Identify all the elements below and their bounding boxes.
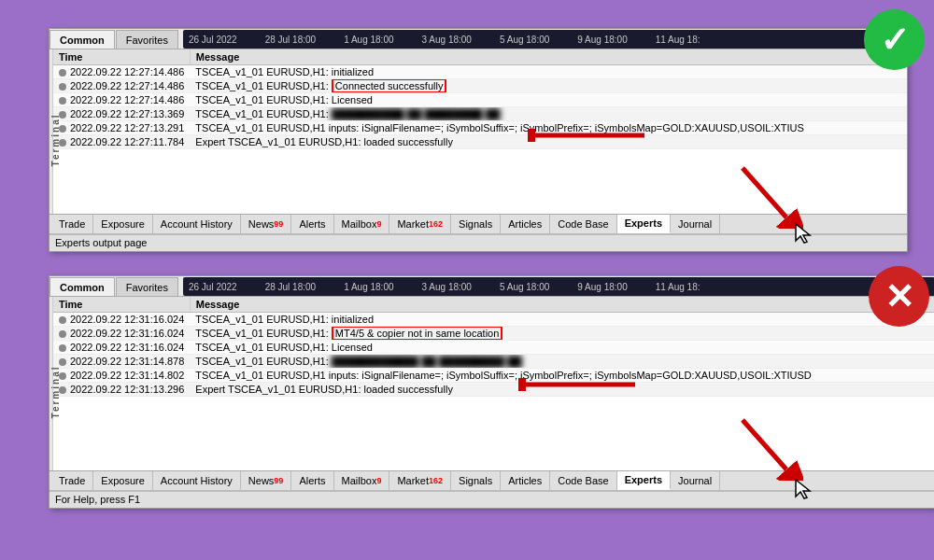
log-row: 2022.09.22 12:31:16.024TSCEA_v1_01 EURUS… — [53, 341, 934, 355]
tab-favorites-bottom[interactable]: Favorites — [116, 277, 178, 296]
log-time: 2022.09.22 12:31:14.802 — [53, 369, 190, 383]
log-message: TSCEA_v1_01 EURUSD,H1: MT4/5 & copier no… — [190, 327, 934, 341]
log-time: 2022.09.22 12:27:13.369 — [53, 107, 190, 121]
log-row: 2022.09.22 12:27:14.486TSCEA_v1_01 EURUS… — [53, 79, 907, 93]
log-row: 2022.09.22 12:27:14.486TSCEA_v1_01 EURUS… — [53, 93, 907, 107]
tab-trade-top[interactable]: Trade — [51, 215, 93, 233]
col-header-time-bottom: Time — [53, 297, 190, 313]
log-message: TSCEA_v1_01 EURUSD,H1: initialized — [190, 313, 934, 327]
tab-journal-top[interactable]: Journal — [671, 215, 720, 233]
log-time: 2022.09.22 12:31:16.024 — [53, 327, 190, 341]
top-tab-bar: Common Favorites 26 Jul 2022 28 Jul 18:0… — [50, 29, 907, 49]
tab-articles-bottom[interactable]: Articles — [501, 471, 550, 490]
log-row: 2022.09.22 12:27:11.784Expert TSCEA_v1_0… — [53, 135, 907, 149]
tab-signals-bottom[interactable]: Signals — [451, 471, 501, 490]
col-header-time-top: Time — [53, 49, 190, 65]
log-time: 2022.09.22 12:27:11.784 — [53, 135, 190, 149]
tab-trade-bottom[interactable]: Trade — [51, 471, 93, 490]
log-time: 2022.09.22 12:27:14.486 — [53, 79, 190, 93]
log-message: TSCEA_v1_01 EURUSD,H1: Licensed — [190, 93, 906, 107]
log-message: TSCEA_v1_01 EURUSD,H1: ████████████ ██ █… — [190, 355, 934, 369]
log-row: 2022.09.22 12:27:13.291TSCEA_v1_01 EURUS… — [53, 121, 907, 135]
log-time: 2022.09.22 12:31:16.024 — [53, 341, 190, 355]
tab-news-bottom[interactable]: News 99 — [241, 471, 292, 490]
svg-marker-8 — [796, 224, 810, 243]
log-row: 2022.09.22 12:27:14.486TSCEA_v1_01 EURUS… — [53, 65, 907, 79]
tab-codebase-top[interactable]: Code Base — [550, 215, 616, 233]
tab-account-history-top[interactable]: Account History — [153, 215, 241, 233]
terminal-label-bottom: Terminal — [50, 366, 61, 419]
tab-exposure-bottom[interactable]: Exposure — [93, 471, 152, 490]
log-time: 2022.09.22 12:31:13.296 — [53, 383, 190, 397]
top-status-text: Experts output page — [55, 237, 147, 248]
log-time: 2022.09.22 12:27:13.291 — [53, 121, 190, 135]
arrow-top-diagonal — [738, 163, 803, 231]
tab-experts-top[interactable]: Experts — [617, 215, 671, 233]
success-indicator: ✓ — [864, 9, 925, 70]
svg-line-3 — [743, 168, 786, 217]
tab-market-top[interactable]: Market 162 — [389, 215, 451, 233]
tab-exposure-top[interactable]: Exposure — [93, 215, 152, 233]
tab-favorites-top[interactable]: Favorites — [116, 30, 178, 49]
tab-codebase-bottom[interactable]: Code Base — [550, 471, 616, 490]
col-header-msg-bottom: Message — [190, 297, 934, 313]
error-indicator: ✕ — [869, 266, 929, 327]
log-message: TSCEA_v1_01 EURUSD,H1: Connected success… — [190, 79, 906, 93]
col-header-msg-top: Message — [190, 49, 906, 65]
bottom-status-text: For Help, press F1 — [55, 494, 140, 505]
log-time: 2022.09.22 12:31:14.878 — [53, 355, 190, 369]
log-row: 2022.09.22 12:31:16.024TSCEA_v1_01 EURUS… — [53, 313, 934, 327]
cursor-top — [794, 222, 813, 246]
log-row: 2022.09.22 12:31:13.296Expert TSCEA_v1_0… — [53, 383, 934, 397]
arrow-bottom-diagonal — [738, 415, 803, 483]
tab-experts-bottom[interactable]: Experts — [617, 471, 671, 490]
log-row: 2022.09.22 12:27:13.369TSCEA_v1_01 EURUS… — [53, 107, 907, 121]
bottom-tab-bar: Common Favorites 26 Jul 2022 28 Jul 18:0… — [50, 276, 934, 297]
tab-market-bottom[interactable]: Market 162 — [389, 471, 451, 490]
log-time: 2022.09.22 12:27:14.486 — [53, 93, 190, 107]
arrow-bottom-horizontal — [518, 378, 640, 393]
tab-account-history-bottom[interactable]: Account History — [153, 471, 241, 490]
log-time: 2022.09.22 12:27:14.486 — [53, 65, 190, 79]
tab-common-bottom[interactable]: Common — [50, 277, 115, 296]
tab-signals-top[interactable]: Signals — [451, 215, 501, 233]
log-row: 2022.09.22 12:31:16.024TSCEA_v1_01 EURUS… — [53, 327, 934, 341]
tab-mailbox-bottom[interactable]: Mailbox 9 — [334, 471, 390, 490]
log-message: TSCEA_v1_01 EURUSD,H1: ██████████ ██ ███… — [190, 107, 906, 121]
log-message: TSCEA_v1_01 EURUSD,H1: initialized — [190, 65, 906, 79]
top-status-bar: Experts output page — [50, 234, 907, 251]
terminal-label-top: Terminal — [50, 114, 61, 167]
log-row: 2022.09.22 12:31:14.878TSCEA_v1_01 EURUS… — [53, 355, 934, 369]
tab-news-top[interactable]: News 99 — [241, 215, 292, 233]
svg-marker-9 — [796, 480, 810, 498]
arrow-top-horizontal — [528, 129, 649, 144]
tab-alerts-top[interactable]: Alerts — [291, 215, 333, 233]
svg-line-7 — [743, 420, 786, 469]
tab-mailbox-top[interactable]: Mailbox 9 — [334, 215, 390, 233]
tab-journal-bottom[interactable]: Journal — [671, 471, 720, 490]
log-message: TSCEA_v1_01 EURUSD,H1: Licensed — [190, 341, 934, 355]
cursor-bottom — [794, 478, 813, 502]
log-time: 2022.09.22 12:31:16.024 — [53, 313, 190, 327]
log-row: 2022.09.22 12:31:14.802TSCEA_v1_01 EURUS… — [53, 369, 934, 383]
tab-articles-top[interactable]: Articles — [501, 215, 550, 233]
tab-alerts-bottom[interactable]: Alerts — [291, 471, 333, 490]
tab-common-top[interactable]: Common — [50, 30, 115, 49]
